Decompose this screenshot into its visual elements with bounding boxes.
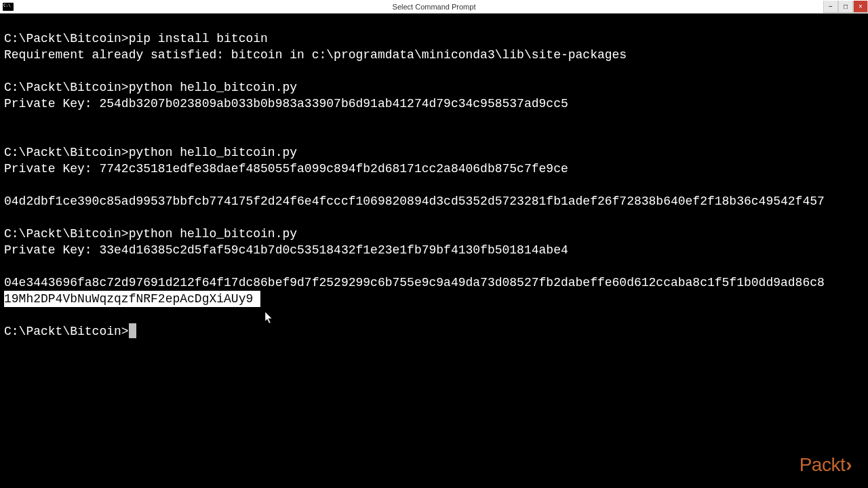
titlebar: Select Command Prompt − □ ×: [0, 0, 868, 14]
packt-logo: Packt›: [800, 454, 852, 476]
terminal-line: Private Key: 33e4d16385c2d5faf59c41b7d0c…: [4, 242, 864, 258]
terminal-line: Private Key: 254db3207b023809ab033b0b983…: [4, 96, 864, 112]
prompt-text: C:\Packt\Bitcoin>: [4, 146, 129, 159]
maximize-button[interactable]: □: [838, 1, 853, 13]
prompt-text: C:\Packt\Bitcoin>: [4, 81, 129, 94]
terminal-line: C:\Packt\Bitcoin>pip install bitcoin: [4, 30, 864, 47]
terminal-line: [4, 307, 864, 323]
command-text: pip install bitcoin: [129, 32, 268, 45]
terminal-line: C:\Packt\Bitcoin>python hello_bitcoin.py: [4, 144, 864, 161]
window-controls: − □ ×: [823, 0, 868, 13]
logo-text: Packt: [800, 454, 846, 475]
command-text: python hello_bitcoin.py: [129, 227, 297, 241]
terminal-line: 04d2dbf1ce390c85ad99537bbfcb774175f2d24f…: [4, 193, 864, 209]
prompt-text: C:\Packt\Bitcoin>: [4, 32, 129, 45]
terminal-line: C:\Packt\Bitcoin>: [4, 323, 864, 340]
terminal-line: 19Mh2DP4VbNuWqzqzfNRF2epAcDgXiAUy9: [4, 291, 864, 307]
prompt-text: C:\Packt\Bitcoin>: [4, 227, 129, 241]
terminal-line: Requirement already satisfied: bitcoin i…: [4, 47, 864, 63]
command-text: python hello_bitcoin.py: [129, 81, 297, 94]
terminal-line: 04e3443696fa8c72d97691d212f64f17dc86bef9…: [4, 274, 864, 291]
terminal-line: [4, 112, 864, 128]
close-button[interactable]: ×: [853, 1, 868, 13]
terminal-line: [4, 177, 864, 193]
command-text: python hello_bitcoin.py: [129, 146, 297, 159]
window-title: Select Command Prompt: [393, 3, 476, 11]
terminal-line: [4, 209, 864, 226]
terminal-line: [4, 258, 864, 274]
cmd-icon: [3, 3, 14, 11]
terminal-output[interactable]: C:\Packt\Bitcoin>pip install bitcoinRequ…: [0, 14, 868, 344]
terminal-line: C:\Packt\Bitcoin>python hello_bitcoin.py: [4, 79, 864, 96]
terminal-line: C:\Packt\Bitcoin>python hello_bitcoin.py: [4, 226, 864, 242]
text-cursor: [129, 323, 136, 338]
terminal-line: [4, 63, 864, 79]
minimize-button[interactable]: −: [823, 1, 838, 13]
prompt-text: C:\Packt\Bitcoin>: [4, 325, 129, 338]
selected-text: 19Mh2DP4VbNuWqzqzfNRF2epAcDgXiAUy9: [4, 291, 260, 307]
terminal-line: Private Key: 7742c35181edfe38daef485055f…: [4, 161, 864, 177]
logo-chevron-icon: ›: [846, 454, 852, 475]
terminal-line: [4, 128, 864, 144]
